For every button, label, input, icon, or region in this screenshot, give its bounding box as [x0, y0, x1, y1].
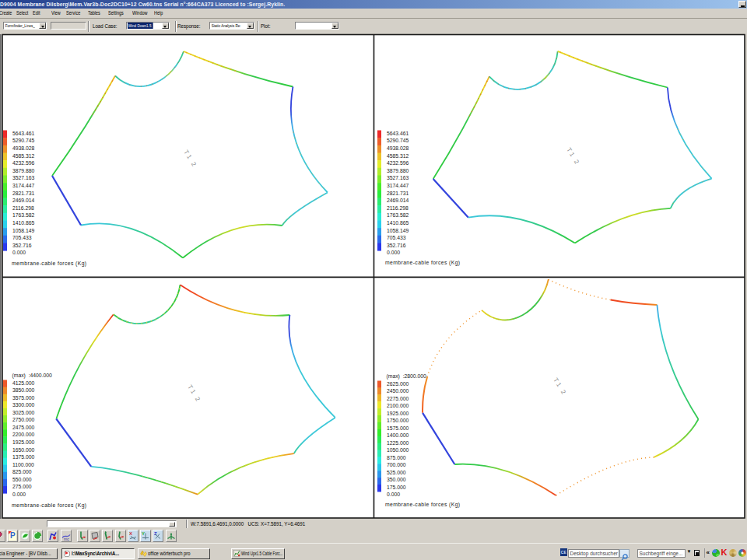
svg-text:(max) :2800.000: (max) :2800.000 — [387, 373, 427, 380]
svg-text:P: P — [10, 531, 16, 540]
svg-text:2475.000: 2475.000 — [12, 425, 35, 430]
svg-text:0.000: 0.000 — [12, 492, 26, 497]
svg-text:350.000: 350.000 — [387, 477, 406, 482]
svg-text:1058.149: 1058.149 — [12, 228, 35, 233]
svg-text:4938.028: 4938.028 — [12, 145, 35, 151]
svg-text:3850.000: 3850.000 — [12, 387, 35, 393]
svg-text:2275.000: 2275.000 — [387, 396, 409, 401]
svg-text:1100.000: 1100.000 — [12, 462, 34, 467]
svg-text:X: X — [129, 531, 132, 536]
svg-text:175.000: 175.000 — [387, 485, 406, 490]
svg-text:2469.014: 2469.014 — [12, 198, 35, 203]
svg-text:Y: Y — [142, 531, 145, 536]
svg-text:4938.028: 4938.028 — [387, 145, 409, 151]
svg-text:825.000: 825.000 — [12, 469, 32, 474]
svg-text:3300.000: 3300.000 — [12, 402, 35, 408]
svg-text:2116.298: 2116.298 — [387, 205, 409, 211]
svg-text:3527.163: 3527.163 — [12, 175, 35, 180]
svg-text:1058.149: 1058.149 — [387, 228, 409, 233]
svg-text:3174.447: 3174.447 — [387, 183, 409, 188]
svg-text:2200.000: 2200.000 — [12, 432, 35, 437]
svg-text:525.000: 525.000 — [387, 470, 406, 475]
svg-text:5290.745: 5290.745 — [12, 138, 35, 143]
svg-text:1763.582: 1763.582 — [12, 212, 35, 218]
svg-text:5290.745: 5290.745 — [387, 138, 409, 143]
svg-text:705.433: 705.433 — [12, 235, 32, 240]
svg-text:1650.000: 1650.000 — [12, 447, 35, 453]
svg-text:0.000: 0.000 — [387, 250, 400, 255]
svg-text:(max) :4400.000: (max) :4400.000 — [12, 373, 53, 379]
svg-text:membrane-cable forces (Kg): membrane-cable forces (Kg) — [385, 502, 461, 508]
svg-text:3879.880: 3879.880 — [387, 168, 409, 173]
svg-text:3174.447: 3174.447 — [12, 183, 35, 188]
svg-text:705.433: 705.433 — [387, 235, 406, 240]
svg-text:352.716: 352.716 — [12, 243, 32, 248]
svg-text:4232.596: 4232.596 — [387, 160, 409, 166]
svg-text:0.000: 0.000 — [12, 250, 26, 255]
svg-text:4585.312: 4585.312 — [387, 153, 409, 159]
svg-text:1225.000: 1225.000 — [387, 440, 409, 446]
svg-text:1925.000: 1925.000 — [387, 411, 409, 416]
svg-text:4585.312: 4585.312 — [12, 153, 35, 159]
svg-text:membrane-cable forces (Kg): membrane-cable forces (Kg) — [12, 502, 87, 509]
svg-text:1050.000: 1050.000 — [387, 447, 409, 453]
svg-text:700.000: 700.000 — [387, 462, 406, 467]
svg-text:2450.000: 2450.000 — [387, 388, 409, 394]
svg-text:4125.000: 4125.000 — [12, 380, 35, 386]
svg-text:1410.865: 1410.865 — [387, 220, 409, 226]
svg-text:1925.000: 1925.000 — [12, 439, 35, 445]
svg-text:2821.731: 2821.731 — [12, 191, 35, 196]
svg-text:1750.000: 1750.000 — [387, 418, 409, 423]
svg-text:3575.000: 3575.000 — [12, 395, 35, 401]
svg-text:1763.582: 1763.582 — [387, 212, 409, 218]
svg-text:1375.000: 1375.000 — [12, 454, 35, 460]
svg-text:3025.000: 3025.000 — [12, 410, 35, 415]
svg-text:2821.731: 2821.731 — [387, 191, 409, 196]
svg-text:2750.000: 2750.000 — [12, 417, 35, 422]
svg-text:5643.461: 5643.461 — [387, 131, 409, 136]
svg-text:3527.163: 3527.163 — [387, 175, 409, 180]
svg-text:mc: mc — [64, 537, 69, 541]
svg-text:875.000: 875.000 — [387, 455, 406, 460]
svg-text:membrane-cable forces (Kg): membrane-cable forces (Kg) — [12, 261, 87, 267]
svg-text:0.000: 0.000 — [387, 492, 400, 497]
svg-text:1575.000: 1575.000 — [387, 425, 409, 431]
svg-text:3879.880: 3879.880 — [12, 168, 35, 173]
svg-text:1410.865: 1410.865 — [12, 220, 35, 226]
svg-text:550.000: 550.000 — [12, 477, 32, 482]
svg-text:membrane-cable forces (Kg): membrane-cable forces (Kg) — [385, 260, 461, 266]
svg-text:5643.461: 5643.461 — [12, 131, 35, 136]
svg-text:275.000: 275.000 — [12, 484, 32, 489]
svg-text:2100.000: 2100.000 — [387, 403, 409, 408]
svg-text:2116.298: 2116.298 — [12, 205, 34, 211]
svg-text:1400.000: 1400.000 — [387, 432, 409, 438]
svg-text:4232.596: 4232.596 — [12, 160, 35, 166]
svg-text:2469.014: 2469.014 — [387, 198, 409, 203]
svg-text:352.716: 352.716 — [387, 243, 406, 248]
svg-text:2625.000: 2625.000 — [387, 381, 409, 387]
